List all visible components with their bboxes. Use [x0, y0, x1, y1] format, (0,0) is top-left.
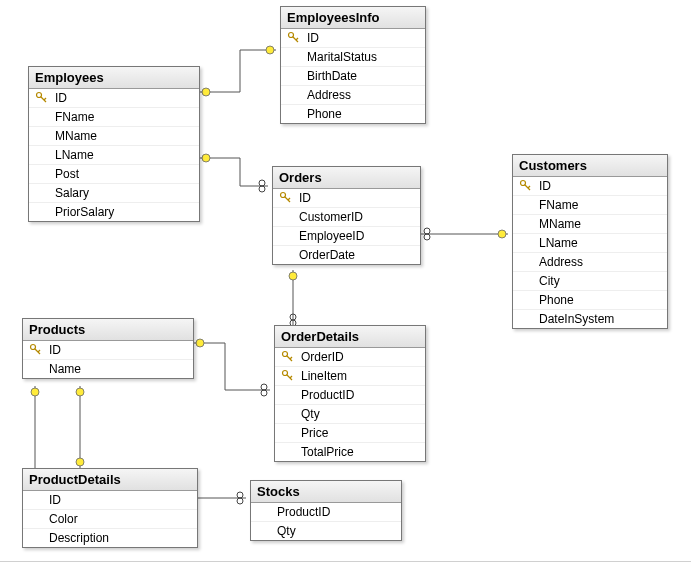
svg-line-17	[38, 350, 40, 352]
field-name: DateInSystem	[539, 312, 614, 326]
field-name: TotalPrice	[301, 445, 354, 459]
field-row[interactable]: Post	[29, 165, 199, 184]
field-row[interactable]: Price	[275, 424, 425, 443]
field-name: Phone	[307, 107, 342, 121]
field-name: LName	[55, 148, 94, 162]
field-name: EmployeeID	[299, 229, 364, 243]
entity-title: Customers	[513, 155, 667, 177]
field-name: CustomerID	[299, 210, 363, 224]
field-row[interactable]: LName	[29, 146, 199, 165]
entity-orderdetails[interactable]: OrderDetails OrderID LineItem ProductID …	[274, 325, 426, 462]
field-name: Salary	[55, 186, 89, 200]
field-row[interactable]: ProductID	[251, 503, 401, 522]
field-name: LineItem	[301, 369, 347, 383]
field-row[interactable]: ID	[281, 29, 425, 48]
field-name: Name	[49, 362, 81, 376]
field-name: Description	[49, 531, 109, 545]
field-row[interactable]: FName	[29, 108, 199, 127]
field-row[interactable]: City	[513, 272, 667, 291]
field-row[interactable]: ID	[273, 189, 420, 208]
field-row[interactable]: Name	[23, 360, 193, 378]
field-name: Qty	[277, 524, 296, 538]
field-row[interactable]: EmployeeID	[273, 227, 420, 246]
field-name: LName	[539, 236, 578, 250]
field-row[interactable]: DateInSystem	[513, 310, 667, 328]
entity-employees[interactable]: Employees ID FName MName LName Post Sala…	[28, 66, 200, 222]
key-icon	[281, 369, 295, 383]
field-row[interactable]: ID	[23, 341, 193, 360]
field-name: ID	[49, 493, 61, 507]
field-name: Address	[539, 255, 583, 269]
field-row[interactable]: LineItem	[275, 367, 425, 386]
field-name: PriorSalary	[55, 205, 114, 219]
field-row[interactable]: MaritalStatus	[281, 48, 425, 67]
field-name: Qty	[301, 407, 320, 421]
field-name: MName	[55, 129, 97, 143]
field-row[interactable]: Address	[281, 86, 425, 105]
field-row[interactable]: Address	[513, 253, 667, 272]
entity-employeesinfo[interactable]: EmployeesInfo ID MaritalStatus BirthDate…	[280, 6, 426, 124]
entity-customers[interactable]: Customers ID FName MName LName Address C…	[512, 154, 668, 329]
field-name: ID	[299, 191, 311, 205]
field-name: Phone	[539, 293, 574, 307]
entity-title: ProductDetails	[23, 469, 197, 491]
field-row[interactable]: Phone	[281, 105, 425, 123]
entity-products[interactable]: Products ID Name	[22, 318, 194, 379]
field-row[interactable]: OrderID	[275, 348, 425, 367]
svg-line-23	[290, 376, 292, 378]
field-name: Color	[49, 512, 78, 526]
field-row[interactable]: Salary	[29, 184, 199, 203]
field-row[interactable]: ProductID	[275, 386, 425, 405]
field-name: FName	[55, 110, 94, 124]
key-icon	[29, 343, 43, 357]
field-name: Address	[307, 88, 351, 102]
entity-title: OrderDetails	[275, 326, 425, 348]
entity-title: EmployeesInfo	[281, 7, 425, 29]
field-name: City	[539, 274, 560, 288]
field-row[interactable]: Color	[23, 510, 197, 529]
field-name: FName	[539, 198, 578, 212]
field-row[interactable]: MName	[513, 215, 667, 234]
field-name: ID	[539, 179, 551, 193]
key-icon	[35, 91, 49, 105]
field-name: Price	[301, 426, 328, 440]
entity-title: Stocks	[251, 481, 401, 503]
entity-title: Products	[23, 319, 193, 341]
svg-line-8	[296, 38, 298, 40]
field-row[interactable]: Phone	[513, 291, 667, 310]
entity-stocks[interactable]: Stocks ProductID Qty	[250, 480, 402, 541]
field-name: ID	[55, 91, 67, 105]
field-row[interactable]: Qty	[275, 405, 425, 424]
field-name: OrderDate	[299, 248, 355, 262]
key-icon	[287, 31, 301, 45]
field-row[interactable]: MName	[29, 127, 199, 146]
key-icon	[519, 179, 533, 193]
field-row[interactable]: BirthDate	[281, 67, 425, 86]
field-name: MName	[539, 217, 581, 231]
field-name: ProductID	[301, 388, 354, 402]
field-row[interactable]: OrderDate	[273, 246, 420, 264]
field-row[interactable]: LName	[513, 234, 667, 253]
entity-productdetails[interactable]: ProductDetails ID Color Description	[22, 468, 198, 548]
svg-line-5	[44, 98, 46, 100]
field-row[interactable]: PriorSalary	[29, 203, 199, 221]
field-name: BirthDate	[307, 69, 357, 83]
field-name: ID	[307, 31, 319, 45]
field-row[interactable]: Description	[23, 529, 197, 547]
field-row[interactable]: CustomerID	[273, 208, 420, 227]
field-row[interactable]: FName	[513, 196, 667, 215]
key-icon	[279, 191, 293, 205]
field-row[interactable]: TotalPrice	[275, 443, 425, 461]
field-name: OrderID	[301, 350, 344, 364]
field-row[interactable]: ID	[23, 491, 197, 510]
field-row[interactable]: Qty	[251, 522, 401, 540]
field-name: ID	[49, 343, 61, 357]
field-row[interactable]: ID	[513, 177, 667, 196]
svg-line-14	[528, 186, 530, 188]
field-name: MaritalStatus	[307, 50, 377, 64]
field-name: ProductID	[277, 505, 330, 519]
svg-line-20	[290, 357, 292, 359]
field-row[interactable]: ID	[29, 89, 199, 108]
svg-line-11	[288, 198, 290, 200]
entity-orders[interactable]: Orders ID CustomerID EmployeeID OrderDat…	[272, 166, 421, 265]
